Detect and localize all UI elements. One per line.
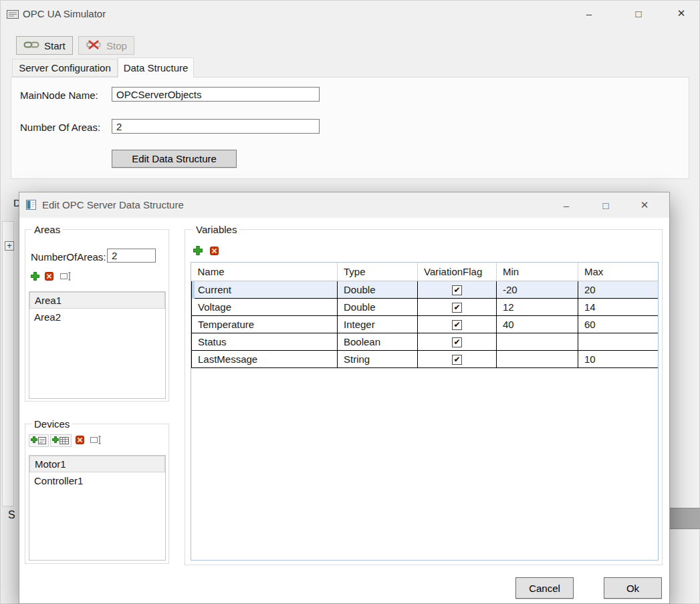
add-variable-icon[interactable] [193,246,203,255]
add-device-table-icon[interactable] [50,434,72,447]
delete-area-icon[interactable] [45,272,53,281]
dialog-maximize-button[interactable]: □ [591,192,620,218]
cell-min[interactable]: -20 [497,281,578,298]
column-header-min[interactable]: Min [497,263,578,281]
dialog-maximize-icon: □ [602,200,608,211]
variation-checkbox[interactable]: ✔ [452,320,462,330]
edit-data-structure-button[interactable]: Edit Data Structure [112,150,237,168]
column-header-variationflag[interactable]: VariationFlag [418,263,497,281]
area-list-item-label: Area1 [35,295,62,306]
close-button[interactable]: ✕ [663,0,700,27]
cell-variationflag: ✔ [418,315,497,333]
broken-chain-icon [86,39,102,52]
start-button[interactable]: Start [16,36,73,55]
main-window-title: OPC UA Simulator [23,8,106,19]
cell-min[interactable] [497,350,578,367]
areas-listbox: Area1 Area2 [29,291,166,399]
dialog-close-icon: ✕ [640,199,649,211]
close-icon: ✕ [677,7,686,19]
number-of-areas-label: Number Of Areas: [20,122,100,133]
delete-device-icon[interactable] [76,436,84,444]
mainnode-name-input[interactable] [112,87,320,102]
cell-max[interactable]: 60 [578,315,659,333]
dialog-close-button[interactable]: ✕ [630,192,659,218]
numberofareas-label: NumberOfAreas: [31,251,106,263]
table-row: LastMessage String ✔ 10 [192,350,659,367]
dialog-icon [26,200,36,212]
cell-variationflag: ✔ [418,350,497,367]
area-list-item[interactable]: Area2 [29,309,165,325]
maximize-button[interactable]: □ [622,0,655,27]
cell-name[interactable]: Voltage [192,298,338,315]
tab-data-structure[interactable]: Data Structure [118,57,194,78]
stop-button[interactable]: Stop [78,36,134,55]
cell-type[interactable]: String [338,350,418,367]
add-area-icon[interactable] [31,272,39,281]
cell-variationflag: ✔ [418,298,497,315]
maximize-icon: □ [635,8,641,19]
main-titlebar: OPC UA Simulator – □ ✕ [0,0,700,28]
delete-variable-icon[interactable] [210,247,219,255]
column-header-name[interactable]: Name [192,263,338,281]
cell-min[interactable] [497,333,578,350]
cell-max[interactable] [578,333,659,350]
cell-max[interactable]: 14 [578,298,659,315]
devices-group-label: Devices [31,418,72,430]
rename-device-icon[interactable] [90,436,102,444]
cell-max[interactable]: 10 [578,350,659,367]
cell-type[interactable]: Integer [338,315,418,333]
table-row: Voltage Double ✔ 12 14 [192,298,659,315]
variation-checkbox[interactable]: ✔ [452,303,462,313]
cell-type[interactable]: Double [338,298,418,315]
tab-data-structure-label: Data Structure [124,62,189,73]
start-button-label: Start [44,40,66,51]
column-header-type[interactable]: Type [338,263,418,281]
dialog-minimize-icon: – [564,200,569,211]
cell-name[interactable]: Current [192,281,338,298]
cell-name[interactable]: Status [192,333,338,350]
device-list-item-label: Motor1 [35,458,66,470]
app-icon [7,9,19,21]
cell-min[interactable]: 40 [497,315,578,333]
devices-groupbox: Devices Motor1 Controller1 [25,424,169,564]
table-row: Temperature Integer ✔ 40 60 [192,315,659,333]
table-row: Current Double ✔ -20 20 [192,281,659,298]
areas-group-label: Areas [31,224,63,235]
stop-button-label: Stop [106,40,127,51]
cell-name[interactable]: LastMessage [192,350,338,367]
device-list-item[interactable]: Motor1 [29,456,165,472]
cancel-button[interactable]: Cancel [515,577,574,599]
edit-data-structure-dialog: Edit OPC Server Data Structure – □ ✕ Are… [19,192,670,604]
device-list-item[interactable]: Controller1 [29,472,165,489]
table-header-row: Name Type VariationFlag Min Max [192,263,659,281]
variation-checkbox[interactable]: ✔ [452,355,462,365]
tree-expand-icon[interactable]: + [5,241,14,251]
minimize-icon: – [586,8,592,19]
dialog-minimize-button[interactable]: – [552,192,581,218]
table-row: Status Boolean ✔ [192,333,659,350]
cell-min[interactable]: 12 [497,298,578,315]
dialog-titlebar: Edit OPC Server Data Structure – □ ✕ [19,192,669,218]
cell-type[interactable]: Boolean [338,333,418,350]
cell-name[interactable]: Temperature [192,315,338,333]
rename-area-icon[interactable] [60,272,72,281]
background-button-fragment [670,508,700,529]
tab-server-configuration-label: Server Configuration [19,62,111,73]
cell-variationflag: ✔ [418,333,497,350]
minimize-button[interactable]: – [572,0,606,27]
variables-table: Name Type VariationFlag Min Max Current … [191,263,659,368]
add-device-icon[interactable] [29,434,49,447]
tab-server-configuration[interactable]: Server Configuration [12,59,118,77]
cell-variationflag: ✔ [418,281,497,298]
variation-checkbox[interactable]: ✔ [452,337,462,347]
devices-listbox: Motor1 Controller1 [29,455,166,561]
area-list-item[interactable]: Area1 [29,292,165,309]
number-of-areas-input[interactable] [112,119,320,134]
cell-max[interactable]: 20 [578,281,659,298]
numberofareas-input[interactable] [107,249,156,263]
column-header-max[interactable]: Max [578,263,659,281]
variables-groupbox: Variables Name Type VariationFlag Min [185,229,663,565]
variation-checkbox[interactable]: ✔ [452,285,462,295]
ok-button[interactable]: Ok [604,577,662,599]
cell-type[interactable]: Double [338,281,418,298]
